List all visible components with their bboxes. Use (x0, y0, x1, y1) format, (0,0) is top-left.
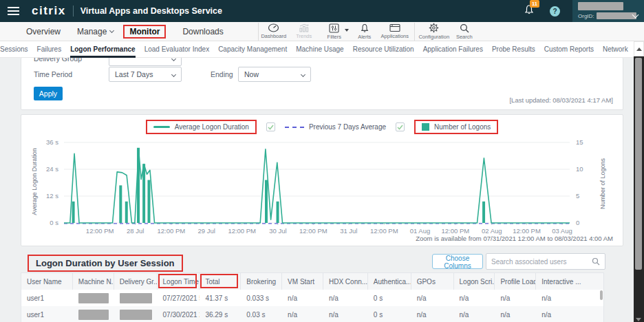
table-cell: n/a (495, 311, 536, 319)
tool-alerts[interactable]: Alerts (350, 22, 380, 41)
col-header-authentica[interactable]: Authentica... (368, 273, 411, 290)
table-cell: n/a (411, 294, 454, 302)
subtab-network[interactable]: Network (603, 41, 628, 58)
hamburger-menu-icon[interactable] (0, 0, 26, 22)
tool-search[interactable]: Search (449, 22, 480, 41)
redacted-value (78, 310, 109, 320)
svg-text:0: 0 (576, 219, 579, 226)
help-button[interactable]: ? (550, 6, 560, 17)
search-icon (460, 23, 469, 33)
table-cell: n/a (323, 294, 368, 302)
table-cell (114, 293, 158, 303)
svg-text:01 Aug: 01 Aug (410, 227, 431, 235)
subtab-machine-usage[interactable]: Machine Usage (296, 41, 343, 58)
subtab-resource-utilization[interactable]: Resource Utilization (353, 41, 414, 58)
logon-chart-panel: Average Logon DurationPrevious 7 Days Av… (21, 114, 623, 246)
svg-text:36 s: 36 s (46, 138, 58, 146)
last-updated-text: [Last updated: 08/03/2021 4:17 AM] (509, 96, 613, 104)
table-cell: n/a (536, 311, 603, 319)
svg-text:15: 15 (576, 138, 583, 146)
svg-text:10: 10 (576, 165, 583, 173)
subtab-custom-reports[interactable]: Custom Reports (544, 41, 594, 58)
legend-checkbox[interactable] (396, 122, 405, 131)
account-name-redacted (578, 2, 623, 10)
tool-dashboard[interactable]: Dashboard (259, 22, 289, 41)
main-nav-bar: Overview Manage Monitor Downloads Dashbo… (0, 22, 644, 41)
col-header-profile-load[interactable]: Profile Load (495, 273, 536, 290)
svg-text:02 Aug: 02 Aug (482, 227, 502, 235)
svg-text:28 Jul: 28 Jul (127, 227, 144, 235)
time-period-dropdown[interactable]: Last 7 Days (109, 67, 182, 82)
table-row[interactable]: user107/27/2021 5...41.37 s0.033 sn/an/a… (21, 290, 603, 306)
subtab-failures[interactable]: Failures (37, 41, 62, 58)
svg-text:12:00 PM: 12:00 PM (370, 227, 398, 235)
tool-trends: Trends (289, 22, 319, 41)
subtab-sessions[interactable]: Sessions (0, 41, 28, 58)
col-header-total[interactable]: Total (200, 273, 241, 290)
redacted-value (120, 310, 152, 320)
tool-applications[interactable]: Applications (380, 22, 410, 41)
nav-monitor[interactable]: Monitor (123, 25, 166, 39)
nav-downloads[interactable]: Downloads (182, 27, 223, 36)
chevron-down-icon (171, 72, 176, 76)
gear-icon (429, 23, 439, 33)
legend-checkbox[interactable] (266, 122, 275, 131)
subtab-application-failures[interactable]: Application Failures (423, 41, 483, 58)
table-scrollbar-thumb[interactable] (600, 290, 603, 300)
legend-number-of-logons: Number of Logons (414, 120, 498, 134)
col-header-delivery-gr[interactable]: Delivery Gr... (114, 273, 158, 290)
legend-average-logon-duration: Average Logon Duration (146, 120, 257, 134)
table-cell: 07/27/2021 5... (158, 294, 200, 302)
col-header-user-name[interactable]: User Name (21, 273, 73, 290)
col-header-logon-time[interactable]: Logon Time (158, 273, 200, 290)
table-title: Logon Duration by User Session (28, 255, 183, 272)
svg-text:5: 5 (576, 192, 579, 200)
col-header-machine-n[interactable]: Machine N... (73, 273, 114, 290)
page-scrollbar (634, 41, 644, 322)
account-menu[interactable]: OrgID: (572, 0, 644, 22)
logon-duration-table: User NameMachine N...Delivery Gr...Logon… (21, 272, 604, 322)
table-cell: 0 s (368, 294, 411, 302)
table-cell: n/a (323, 311, 368, 319)
table-row[interactable]: user107/30/2021 2...36.29 s0.03 sn/an/a0… (21, 306, 603, 322)
col-header-brokering[interactable]: Brokering (241, 273, 282, 290)
filters-icon (329, 23, 339, 33)
table-cell (73, 293, 114, 303)
search-associated-users (486, 253, 605, 270)
tool-configuration[interactable]: Configuration (419, 22, 449, 41)
scrollbar-thumb[interactable] (635, 58, 642, 270)
search-input[interactable] (491, 258, 592, 266)
chevron-down-icon (301, 72, 305, 76)
nav-overview[interactable]: Overview (26, 27, 61, 36)
col-header-hdx-conn[interactable]: HDX Conn... (323, 273, 368, 290)
tool-filters[interactable]: Filters (319, 22, 350, 41)
org-id-redacted (597, 12, 636, 19)
redacted-value (120, 293, 152, 303)
table-cell: 41.37 s (200, 294, 241, 302)
delivery-group-dropdown[interactable] (109, 58, 182, 66)
col-header-vm-start[interactable]: VM Start (282, 273, 323, 290)
table-cell: 07/30/2021 2... (158, 311, 200, 319)
svg-text:12:00 PM: 12:00 PM (442, 227, 470, 235)
svg-text:31 Jul: 31 Jul (340, 227, 357, 235)
subtab-probe-results[interactable]: Probe Results (492, 41, 535, 58)
nav-manage[interactable]: Manage (77, 27, 114, 36)
ending-dropdown[interactable]: Now (238, 67, 311, 82)
col-header-interactive[interactable]: Interactive ... (536, 273, 603, 290)
col-header-gpos[interactable]: GPOs (411, 273, 454, 290)
subtab-logon-performance[interactable]: Logon Performance (70, 41, 135, 58)
svg-text:0 s: 0 s (50, 219, 58, 226)
apply-button[interactable]: Apply (34, 87, 63, 100)
notifications-button[interactable]: 11 (524, 4, 535, 18)
scrollbar-down-button[interactable] (636, 318, 641, 321)
subtab-load-evaluator-index[interactable]: Load Evaluator Index (144, 41, 210, 58)
choose-columns-button[interactable]: Choose Columns (432, 254, 483, 269)
subtab-capacity-management[interactable]: Capacity Management (218, 41, 287, 58)
legend-previous-7-days-average: Previous 7 Days Average (285, 123, 386, 131)
product-title: Virtual Apps and Desktops Service (80, 6, 222, 16)
col-header-logon-scri[interactable]: Logon Scri... (454, 273, 495, 290)
redacted-value (78, 293, 109, 303)
table-cell: user1 (21, 294, 73, 302)
scrollbar-up-button[interactable] (634, 41, 644, 56)
svg-text:29 Jul: 29 Jul (198, 227, 215, 235)
